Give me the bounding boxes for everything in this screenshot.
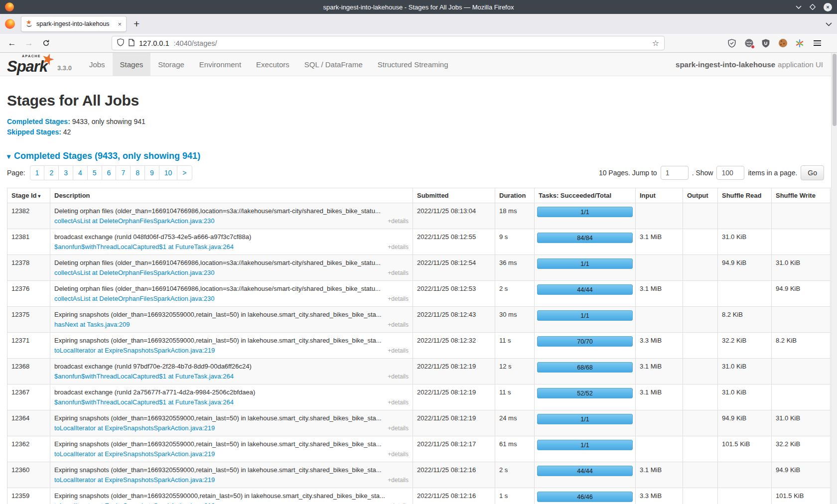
stage-callsite-link[interactable]: $anonfun$withThreadLocalCaptured$1 at Fu… (54, 398, 234, 406)
nav-item-stages[interactable]: Stages (113, 53, 151, 76)
window-close-button[interactable]: × (824, 3, 832, 11)
scrollbar-thumb[interactable] (833, 54, 837, 126)
tasks-cell: 70/70 (535, 333, 636, 359)
url-bar[interactable]: 127.0.0.1:4040/stages/ ☆ (112, 36, 665, 50)
input-cell: 3.1 MiB (636, 359, 683, 384)
tab-strip: ★ spark-ingest-into-lakehous × + (0, 14, 837, 34)
details-toggle[interactable]: +details (388, 321, 409, 328)
duration-cell: 9 s (495, 229, 535, 255)
window-minimize-button[interactable] (796, 5, 802, 9)
tracking-shield-icon[interactable] (117, 38, 124, 48)
back-button[interactable]: ← (5, 36, 19, 50)
page-button-5[interactable]: 5 (87, 165, 102, 180)
page-button-4[interactable]: 4 (73, 165, 88, 180)
page-button-9[interactable]: 9 (144, 165, 159, 180)
completed-stages-section-toggle[interactable]: ▾ Completed Stages (9433, only showing 9… (7, 151, 824, 161)
completed-stages-link[interactable]: Completed Stages: (7, 118, 70, 126)
items-per-page-input[interactable] (716, 166, 744, 180)
table-row: 12368broadcast exchange (runId 97bdf70e-… (7, 359, 831, 384)
spark-navbar: ★ APACHE Spark 3.3.0 JobsStagesStorageEn… (0, 53, 831, 76)
extension-shield-check-icon[interactable] (726, 38, 737, 49)
nav-item-executors[interactable]: Executors (249, 53, 297, 76)
shuffle-write-cell (772, 359, 831, 384)
hamburger-menu-icon[interactable] (811, 38, 823, 49)
duration-cell: 11 s (495, 333, 535, 359)
stage-callsite-link[interactable]: hasNext at Tasks.java:209 (54, 321, 130, 328)
page-info-icon[interactable] (129, 39, 135, 48)
details-toggle[interactable]: +details (388, 451, 409, 458)
application-suffix: application UI (778, 60, 823, 69)
bookmark-star-icon[interactable]: ☆ (652, 38, 659, 48)
stage-callsite-link[interactable]: toLocalIterator at ExpireSnapshotsSparkA… (54, 476, 215, 484)
details-toggle[interactable]: +details (388, 295, 409, 302)
details-toggle[interactable]: +details (388, 425, 409, 432)
column-header-description[interactable]: Description (50, 188, 413, 203)
extension-mask-icon[interactable] (743, 38, 754, 49)
page-button-10[interactable]: 10 (159, 165, 178, 180)
tab-list-chevron-icon[interactable] (826, 22, 832, 26)
tasks-progress-bar: 44/44 (537, 466, 633, 476)
nav-item-structured-streaming[interactable]: Structured Streaming (370, 53, 456, 76)
details-toggle[interactable]: +details (388, 244, 409, 251)
ublock-shield-icon[interactable] (760, 38, 771, 49)
tasks-cell: 1/1 (535, 307, 636, 333)
page-button-6[interactable]: 6 (102, 165, 117, 180)
go-button[interactable]: Go (801, 165, 824, 180)
details-toggle[interactable]: +details (388, 477, 409, 484)
page-button-2[interactable]: 2 (44, 165, 59, 180)
nav-item-environment[interactable]: Environment (192, 53, 249, 76)
column-header-shuffle-write[interactable]: Shuffle Write (772, 188, 831, 203)
spark-brand-logo[interactable]: ★ APACHE Spark 3.3.0 (7, 53, 75, 76)
duration-cell: 1 s (495, 488, 535, 504)
description-cell: broadcast exchange (runId 048fd06f-d753-… (50, 229, 413, 255)
details-toggle[interactable]: +details (388, 373, 409, 380)
page-button-1[interactable]: 1 (30, 165, 45, 180)
stage-callsite-link[interactable]: $anonfun$withThreadLocalCaptured$1 at Fu… (54, 243, 234, 251)
column-header-stage-id[interactable]: Stage Id ▾ (7, 188, 50, 203)
details-toggle[interactable]: +details (388, 218, 409, 225)
column-header-shuffle-read[interactable]: Shuffle Read (718, 188, 772, 203)
firefox-view-icon[interactable] (5, 19, 15, 29)
details-toggle[interactable]: +details (388, 269, 409, 276)
table-row: 12382Deleting orphan files (older_than=1… (7, 203, 831, 229)
jump-to-page-input[interactable] (661, 166, 689, 180)
tab-close-icon[interactable]: × (117, 20, 122, 28)
stage-callsite-link[interactable]: toLocalIterator at ExpireSnapshotsSparkA… (54, 347, 215, 354)
details-toggle[interactable]: +details (388, 347, 409, 354)
nav-item-jobs[interactable]: Jobs (82, 53, 113, 76)
column-header-submitted[interactable]: Submitted (413, 188, 495, 203)
page-button-7[interactable]: 7 (116, 165, 131, 180)
stage-callsite-link[interactable]: collectAsList at DeleteOrphanFilesSparkA… (54, 269, 215, 276)
submitted-cell: 2022/11/25 08:12:43 (413, 307, 495, 333)
column-header-tasks-succeeded-total[interactable]: Tasks: Succeeded/Total (535, 188, 636, 203)
page-button-3[interactable]: 3 (58, 165, 73, 180)
details-toggle[interactable]: +details (388, 399, 409, 406)
page-button-8[interactable]: 8 (130, 165, 145, 180)
nav-item-sql-dataframe[interactable]: SQL / DataFrame (297, 53, 370, 76)
skipped-stages-value: 42 (63, 128, 71, 136)
nav-item-storage[interactable]: Storage (150, 53, 192, 76)
vertical-scrollbar[interactable] (831, 53, 837, 504)
browser-tab[interactable]: ★ spark-ingest-into-lakehous × (21, 16, 127, 32)
column-header-duration[interactable]: Duration (495, 188, 535, 203)
stage-callsite-link[interactable]: toLocalIterator at ExpireSnapshotsSparkA… (54, 450, 215, 458)
colorful-asterisk-icon[interactable] (794, 38, 805, 49)
column-header-input[interactable]: Input (636, 188, 683, 203)
stage-callsite-link[interactable]: toLocalIterator at ExpireSnapshotsSparkA… (54, 502, 215, 504)
url-host: 127.0.0.1 (139, 39, 169, 47)
stage-callsite-link[interactable]: toLocalIterator at ExpireSnapshotsSparkA… (54, 424, 215, 432)
new-tab-button[interactable]: + (134, 18, 140, 30)
next-page-button[interactable]: > (177, 165, 192, 180)
reload-button[interactable] (39, 36, 53, 50)
stage-callsite-link[interactable]: $anonfun$withThreadLocalCaptured$1 at Fu… (54, 373, 234, 380)
column-header-output[interactable]: Output (683, 188, 718, 203)
skipped-stages-link[interactable]: Skipped Stages: (7, 128, 61, 136)
stage-callsite-link[interactable]: collectAsList at DeleteOrphanFilesSparkA… (54, 217, 215, 225)
stage-callsite-link[interactable]: collectAsList at DeleteOrphanFilesSparkA… (54, 295, 215, 302)
cookie-icon[interactable] (777, 38, 788, 49)
tasks-cell: 84/84 (535, 229, 636, 255)
duration-cell: 30 ms (495, 307, 535, 333)
duration-cell: 24 ms (495, 410, 535, 436)
table-row: 12375Expiring snapshots (older_than=1669… (7, 307, 831, 333)
window-maximize-button[interactable] (810, 4, 816, 10)
